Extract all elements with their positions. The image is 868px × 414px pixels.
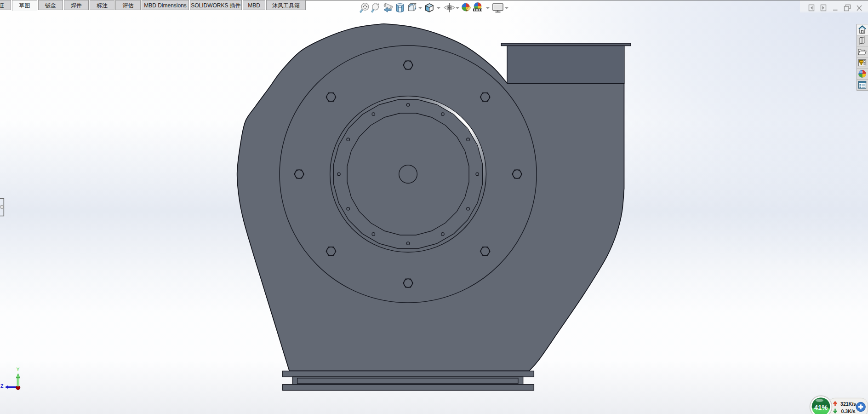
svg-text:Y: Y: [17, 367, 20, 372]
svg-text:41%: 41%: [814, 404, 828, 411]
svg-text:321K/s: 321K/s: [840, 401, 856, 407]
svg-text:Z: Z: [0, 383, 4, 389]
svg-text:0.3K/s: 0.3K/s: [841, 408, 856, 414]
